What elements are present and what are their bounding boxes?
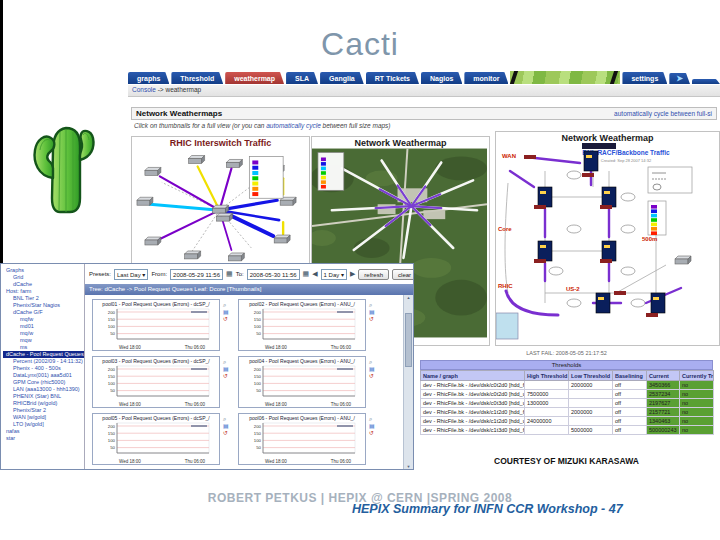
tab-monitor[interactable]: monitor [464, 72, 508, 84]
tab-cacti-icon[interactable]: ➤ [669, 73, 690, 84]
tree-item[interactable]: DataLynx(001) aaa5d01 [3, 372, 84, 379]
csv-export-icon[interactable]: ▤ [223, 309, 235, 315]
to-input[interactable]: 2008-05-30 11:56 [247, 269, 300, 280]
csv-export-icon[interactable]: ▤ [369, 423, 381, 429]
tab-ganglia[interactable]: Ganglia [320, 72, 364, 84]
zoom-icon[interactable]: ⌕ [223, 359, 235, 365]
tab-threshold[interactable]: Threshold [171, 72, 223, 84]
next-range-icon[interactable]: ▶ [350, 270, 355, 278]
tree-item[interactable]: mqw [3, 337, 84, 344]
svg-text:100: 100 [254, 381, 262, 386]
graph-thumbnail[interactable]: pool05 - Pool Request Queues (Errors) - … [92, 413, 220, 465]
scrollbar-thumb[interactable] [405, 313, 412, 367]
graph-source-icon[interactable]: ↺ [223, 373, 235, 379]
weathermap-thumbnail-backbone[interactable]: Network Weathermap BNL RACF/Backbone Tra… [495, 131, 720, 346]
threshold-cell-current: 2197627 [647, 399, 680, 408]
threshold-cell-current: 2537234 [647, 390, 680, 399]
breadcrumb-console-link[interactable]: Console [132, 86, 156, 93]
presets-label: Presets: [89, 271, 111, 277]
threshold-cell-name[interactable]: dev - RhicFile.bk - /dev/dsk/c0t2d0 [hdd… [421, 390, 525, 399]
graph-thumbnail[interactable]: pool03 - Pool Request Queues (Errors) - … [92, 356, 220, 408]
zoom-icon[interactable]: ⌕ [369, 359, 381, 365]
tree-item[interactable]: mq/w [3, 330, 84, 337]
csv-export-icon[interactable]: ▤ [369, 366, 381, 372]
threshold-cell-triggered: no [680, 381, 714, 390]
tree-item[interactable]: dCache G/F [3, 309, 84, 316]
csv-export-icon[interactable]: ▤ [223, 423, 235, 429]
zoom-icon[interactable]: ⌕ [369, 416, 381, 422]
tree-item[interactable]: ms [3, 344, 84, 351]
tree-item[interactable]: Percent (2002/09 - 14:11:32) [3, 358, 84, 365]
graph-thumbnail[interactable]: pool04 - Pool Request Queues (Errors) - … [238, 356, 366, 408]
calendar-icon[interactable]: ▦ [226, 270, 233, 278]
scroll-down-icon[interactable]: ▼ [404, 464, 413, 469]
tree-item[interactable]: PHENIX (Star) BNL [3, 393, 84, 400]
graph-thumbnail[interactable]: pool01 - Pool Request Queues (Errors) - … [92, 299, 220, 351]
tab-sla[interactable]: SLA [286, 72, 318, 84]
csv-export-icon[interactable]: ▤ [369, 309, 381, 315]
csv-export-icon[interactable]: ▤ [223, 366, 235, 372]
legend-color-chip [651, 223, 657, 227]
graph-source-icon[interactable]: ↺ [223, 316, 235, 322]
threshold-cell-name[interactable]: dev - RhicFile.bk - /dev/dsk/c1t3d0 [hdd… [421, 426, 525, 435]
tab-cutoff-stub[interactable] [692, 79, 720, 84]
tree-item[interactable]: Phenix/Star 2 [3, 407, 84, 414]
tree-item[interactable]: dCache - Pool Request Queues [3, 351, 84, 358]
range-select[interactable]: 1 Day ▾ [321, 269, 347, 280]
graph-x-labels: Wed 18:00Thu 06:00 [239, 459, 365, 464]
threshold-cell-name[interactable]: dev - RhicFile.bk - /dev/dsk/c0t2d0 [hdd… [421, 381, 525, 390]
graph-thumbnail[interactable]: pool02 - Pool Request Queues (Errors) - … [238, 299, 366, 351]
threshold-cell-high [525, 408, 569, 417]
tree-item[interactable]: RHICBrid (w/gold) [3, 400, 84, 407]
from-input[interactable]: 2008-05-29 11:56 [170, 269, 223, 280]
graph-thumbnail[interactable]: pool06 - Pool Request Queues (Errors) - … [238, 413, 366, 465]
threshold-cell-high: 1300000 [525, 399, 569, 408]
threshold-cell-name[interactable]: dev - RhicFile.bk - /dev/dsk/c0t3d0 [hdd… [421, 399, 525, 408]
clear-button[interactable]: clear [392, 269, 413, 280]
tree-item[interactable]: md01 [3, 323, 84, 330]
svg-text:150: 150 [108, 317, 116, 322]
subtext-cycle-link[interactable]: automatically cycle [266, 122, 321, 129]
graph-source-icon[interactable]: ↺ [369, 430, 381, 436]
tree-item[interactable]: Phenix - 400 - 500s [3, 365, 84, 372]
tab-rt-tickets[interactable]: RT Tickets [366, 72, 419, 84]
tree-item[interactable]: mqfw [3, 316, 84, 323]
cycle-link[interactable]: automatically cycle between full-si [614, 110, 712, 117]
tree-item[interactable]: GPM Core (rhic5000) [3, 379, 84, 386]
tree-item[interactable]: LAN (aaa13000 - hhh1390) [3, 386, 84, 393]
tab-settings[interactable]: settings [622, 72, 667, 84]
tree-item[interactable]: nafas [3, 428, 84, 435]
tree-item[interactable]: Grid [3, 274, 84, 281]
threshold-cell-name[interactable]: dev - RhicFile.bk - /dev/dsk/c1t2d0 [hdd… [421, 417, 525, 426]
graph-scrollbar[interactable]: ▲ ▼ [403, 295, 413, 469]
calendar-icon[interactable]: ▦ [303, 270, 310, 278]
graph-source-icon[interactable]: ↺ [223, 430, 235, 436]
refresh-button[interactable]: refresh [358, 269, 389, 280]
legend-color-chip [252, 182, 258, 186]
scroll-up-icon[interactable]: ▲ [404, 295, 413, 300]
tree-item[interactable]: LTO [w/gold] [3, 421, 84, 428]
tree-item[interactable]: Graphs [3, 267, 84, 274]
tree-item[interactable]: WAN [w/gold] [3, 414, 84, 421]
tab-graphs[interactable]: graphs [128, 72, 169, 84]
graph-source-icon[interactable]: ↺ [369, 316, 381, 322]
tree-item[interactable]: BNL Tier 2 [3, 295, 84, 302]
zoom-icon[interactable]: ⌕ [369, 302, 381, 308]
tree-item[interactable]: star [3, 435, 84, 442]
tree-item[interactable]: Phenix/Star Nagios [3, 302, 84, 309]
tab-weathermap[interactable]: weathermap [225, 72, 284, 84]
tree-item[interactable]: dCache [3, 281, 84, 288]
tree-item[interactable]: Host: farm [3, 288, 84, 295]
map1-title: RHIC Interswitch Traffic [132, 138, 309, 148]
presets-select[interactable]: Last Day ▾ [114, 269, 148, 280]
threshold-cell-name[interactable]: dev - RhicFile.bk - /dev/dsk/c1t2d0 [hdd… [421, 408, 525, 417]
tab-nagios[interactable]: Nagios [421, 72, 462, 84]
graph-action-icons: ⌕▤↺ [223, 413, 235, 465]
graph-source-icon[interactable]: ↺ [369, 373, 381, 379]
cacti-graphs-window: GraphsGriddCacheHost: farmBNL Tier 2Phen… [0, 263, 414, 470]
zoom-icon[interactable]: ⌕ [223, 416, 235, 422]
prev-range-icon[interactable]: ◀ [312, 270, 317, 278]
threshold-row: dev - RhicFile.bk - /dev/dsk/c0t2d0 [hdd… [421, 390, 714, 399]
zoom-icon[interactable]: ⌕ [223, 302, 235, 308]
graph-action-icons: ⌕▤↺ [369, 356, 381, 408]
